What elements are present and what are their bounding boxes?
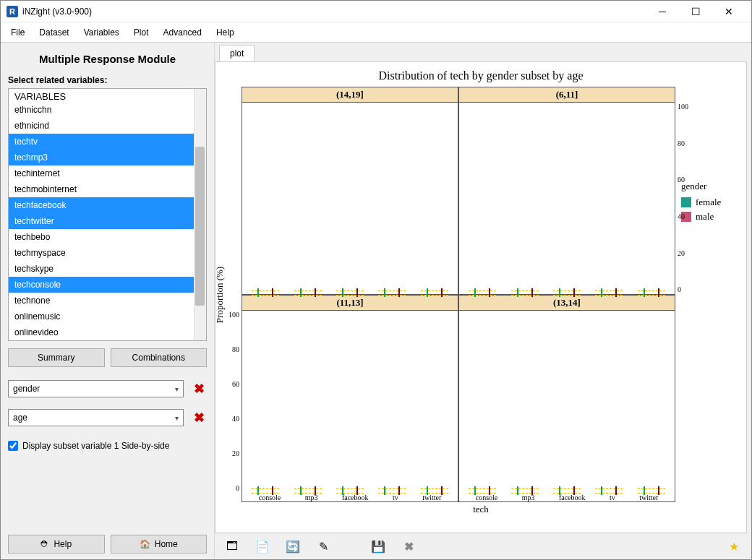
module-title: Multiple Response Module — [8, 53, 207, 65]
variable-item[interactable]: technone — [9, 293, 206, 309]
facet-header: (6,11] — [459, 87, 675, 103]
facet-header: (13,14] — [459, 296, 675, 311]
titlebar: R iNZight (v3.0-900) ─ ☐ ✕ — [1, 1, 751, 22]
variables-list[interactable]: VARIABLES ethnicchnethnicindtechtvtechmp… — [8, 88, 207, 341]
facet-panel: (6,11]020406080100 — [458, 87, 675, 295]
subset2-select[interactable]: age ▾ — [8, 409, 184, 426]
clear-subset2-button[interactable]: ✖ — [191, 410, 207, 426]
new-plot-icon[interactable]: 🗔 — [225, 539, 239, 553]
star-icon[interactable]: ★ — [727, 539, 741, 553]
variable-item[interactable]: techinternet — [9, 165, 206, 181]
combinations-button[interactable]: Combinations — [111, 348, 208, 367]
variable-item[interactable]: onlinemusic — [9, 309, 206, 324]
plot-canvas: Distribution of tech by gender subset by… — [215, 61, 747, 533]
edit-icon[interactable]: ✎ — [316, 539, 330, 553]
select-variables-label: Select related variables: — [8, 75, 207, 85]
save-icon[interactable]: 💾 — [371, 539, 385, 553]
variable-item[interactable]: techtwitter — [9, 213, 206, 229]
window-title: iNZight (v3.0-900) — [22, 7, 646, 17]
y-axis-label: Proportion (%) — [214, 266, 226, 322]
clear-subset1-button[interactable]: ✖ — [191, 381, 207, 397]
app-icon: R — [7, 6, 18, 17]
close-plot-icon[interactable]: ✖ — [401, 539, 416, 553]
variable-item[interactable]: ethnicchn — [9, 102, 206, 118]
variable-item[interactable]: techtv — [9, 134, 206, 150]
menu-variables[interactable]: Variables — [77, 25, 127, 40]
sidebar: Multiple Response Module Select related … — [1, 43, 215, 559]
help-button[interactable]: ⛑ Help — [8, 535, 105, 553]
menu-plot[interactable]: Plot — [127, 25, 156, 40]
plot-toolbar: 🗔 📄 🔄 ✎ 💾 ✖ ★ — [215, 533, 751, 559]
variable-item[interactable]: techfacebook — [9, 197, 206, 213]
menu-dataset[interactable]: Dataset — [32, 25, 76, 40]
variable-item[interactable]: techmyspace — [9, 245, 206, 261]
menubar: File Dataset Variables Plot Advanced Hel… — [1, 22, 751, 43]
facet-body: 020406080100 — [242, 311, 458, 493]
subset1-select[interactable]: gender ▾ — [8, 380, 184, 397]
side-by-side-checkbox[interactable] — [8, 441, 18, 451]
chevron-down-icon: ▾ — [175, 385, 179, 393]
facet-panel: (13,14]consolemp3facebooktvtwitter — [458, 295, 675, 503]
facet-body: 020406080100 — [459, 103, 675, 294]
home-button[interactable]: 🏠 Home — [111, 535, 208, 553]
variable-item[interactable]: ethnicind — [9, 118, 206, 134]
variable-item[interactable]: techbebo — [9, 229, 206, 245]
life-ring-icon: ⛑ — [40, 539, 49, 549]
new-page-icon[interactable]: 📄 — [255, 539, 270, 553]
variable-item[interactable]: techconsole — [9, 277, 206, 293]
chevron-down-icon: ▾ — [175, 414, 179, 422]
menu-file[interactable]: File — [4, 25, 32, 40]
subset1-value: gender — [13, 384, 40, 394]
chart-title: Distribution of tech by gender subset by… — [221, 69, 740, 82]
scrollbar[interactable] — [194, 89, 206, 340]
maximize-button[interactable]: ☐ — [679, 1, 712, 22]
minimize-button[interactable]: ─ — [646, 1, 679, 22]
variable-item[interactable]: techmp3 — [9, 150, 206, 165]
summary-button[interactable]: Summary — [8, 348, 105, 367]
facet-body — [242, 103, 458, 294]
variable-item[interactable]: techskype — [9, 261, 206, 277]
tab-plot[interactable]: plot — [219, 45, 255, 61]
menu-advanced[interactable]: Advanced — [156, 25, 209, 40]
side-by-side-label: Display subset variable 1 Side-by-side — [22, 441, 169, 451]
scroll-thumb[interactable] — [195, 147, 205, 306]
close-button[interactable]: ✕ — [712, 1, 745, 22]
plot-area: plot Distribution of tech by gender subs… — [215, 43, 751, 559]
facet-panel: (11,13]020406080100consolemp3facebooktvt… — [242, 295, 458, 503]
x-axis-label: tech — [221, 504, 740, 515]
home-icon: 🏠 — [140, 539, 150, 549]
menu-help[interactable]: Help — [209, 25, 242, 40]
refresh-icon[interactable]: 🔄 — [286, 539, 300, 553]
variable-item[interactable]: techmobinternet — [9, 181, 206, 197]
facet-panel: (14,19] — [242, 87, 458, 295]
facet-header: (14,19] — [242, 87, 458, 103]
subset2-value: age — [13, 413, 27, 423]
variables-header: VARIABLES — [9, 89, 206, 102]
facet-body — [459, 311, 675, 493]
variable-item[interactable]: onlinevideo — [9, 324, 206, 340]
facet-header: (11,13] — [242, 296, 458, 311]
